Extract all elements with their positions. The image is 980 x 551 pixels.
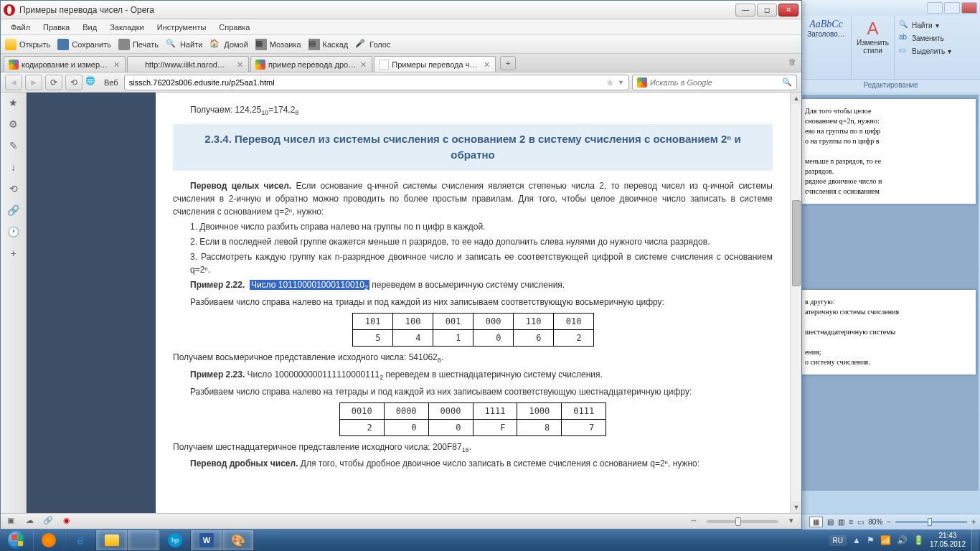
widgets-panel-icon[interactable]: ⚙ (7, 118, 20, 131)
word-change-styles-button[interactable]: A Изменить стили (852, 16, 895, 79)
zoom-out-button[interactable]: − (887, 518, 891, 526)
show-desktop-button[interactable] (971, 529, 979, 551)
tray-network-icon[interactable]: 📶 (880, 535, 891, 545)
unite-panel-icon[interactable]: 🕐 (7, 226, 20, 239)
opera-icon (137, 534, 150, 547)
word-minimize-button[interactable] (927, 2, 943, 14)
tray-show-hidden-icon[interactable]: ▲ (852, 535, 861, 545)
scroll-down-arrow[interactable]: ▼ (791, 501, 801, 513)
view-draft-icon[interactable]: ▭ (857, 518, 864, 526)
tray-volume-icon[interactable]: 🔊 (897, 535, 908, 545)
back-button[interactable]: ◄ (5, 75, 22, 90)
view-web-layout-icon[interactable]: ▥ (838, 518, 844, 526)
link-icon[interactable]: 🔗 (42, 516, 54, 527)
editing-group-label: Редактирование (801, 79, 980, 92)
open-button[interactable]: Открыть (5, 39, 50, 50)
tray-action-center-icon[interactable]: ⚑ (867, 535, 875, 545)
taskbar-media-player[interactable] (33, 530, 65, 550)
replace-button[interactable]: abЗаменить (897, 32, 977, 44)
select-button[interactable]: ▭Выделить ▾ (897, 44, 977, 57)
sync-icon[interactable]: ☁ (24, 516, 35, 527)
language-indicator[interactable]: RU (829, 535, 847, 546)
maximize-button[interactable]: ◻ (757, 4, 777, 17)
word-close-button[interactable] (961, 2, 977, 14)
scroll-up-arrow[interactable]: ▲ (791, 93, 801, 104)
print-button[interactable]: Печать (118, 39, 159, 50)
forward-button[interactable]: ► (25, 75, 42, 90)
bookmarks-panel-icon[interactable]: ★ (7, 97, 20, 110)
view-full-screen-icon[interactable]: ▤ (827, 518, 834, 526)
search-submit-icon[interactable]: 🔍 (782, 77, 792, 87)
search-icon: 🔍 (166, 39, 177, 50)
save-button[interactable]: Сохранить (57, 39, 111, 50)
clock[interactable]: 21:43 17.05.2012 (930, 532, 966, 549)
reload-button[interactable]: ⟳ (45, 75, 62, 90)
find-button[interactable]: 🔍Найти ▾ (897, 19, 977, 32)
home-button[interactable]: 🏠Домой (209, 39, 248, 50)
find-button[interactable]: 🔍Найти (166, 39, 202, 50)
links-panel-icon[interactable]: 🔗 (7, 204, 20, 217)
scroll-thumb[interactable] (792, 200, 801, 286)
result-line: Получаем: 124,2510=174,28 (173, 103, 773, 118)
page-viewport[interactable]: Получаем: 124,2510=174,28 2.3.4. Перевод… (27, 93, 801, 513)
menu-help[interactable]: Справка (213, 22, 255, 33)
zoom-thumb[interactable] (735, 517, 741, 526)
tab-4-active[interactable]: Примеры перевода ч…✕ (374, 56, 496, 72)
fit-width-icon[interactable]: ↔ (688, 516, 699, 527)
view-outline-icon[interactable]: ≡ (849, 518, 853, 526)
tab-3[interactable]: пример перевода дро…✕ (250, 56, 372, 72)
minimize-button[interactable]: — (735, 4, 755, 17)
tray-power-icon[interactable]: 🔋 (913, 535, 924, 545)
history-panel-icon[interactable]: ⟲ (7, 183, 20, 196)
search-input[interactable] (650, 78, 779, 87)
zoom-in-button[interactable]: + (971, 518, 976, 526)
bookmark-star-icon[interactable]: ★ (606, 77, 615, 88)
downloads-panel-icon[interactable]: ↓ (7, 161, 20, 174)
tab-close-icon[interactable]: ✕ (482, 60, 491, 69)
taskbar-paint[interactable]: 🎨 (222, 530, 254, 550)
url-input-box[interactable]: ★ ▼ (124, 75, 629, 90)
opera-titlebar[interactable]: Примеры перевода чисел - Opera — ◻ ✕ (1, 1, 801, 19)
taskbar-hp[interactable]: hp (159, 530, 191, 550)
url-input[interactable] (129, 78, 606, 87)
word-style-gallery-item[interactable]: AaBbCc Заголово… (801, 16, 852, 79)
panel-toggle-icon[interactable]: ▣ (5, 516, 17, 527)
view-print-layout-icon[interactable]: ▦ (809, 517, 823, 527)
url-dropdown-icon[interactable]: ▼ (615, 79, 624, 86)
menu-bookmarks[interactable]: Закладки (104, 22, 150, 33)
turbo-icon[interactable]: ◉ (61, 516, 72, 527)
find-label: Найти (180, 40, 202, 49)
mosaic-button[interactable]: ▦Мозаика (255, 39, 301, 50)
taskbar-opera[interactable] (128, 530, 159, 550)
stop-home-button[interactable]: ⟲ (65, 75, 83, 90)
tab-close-icon[interactable]: ✕ (112, 60, 121, 69)
zoom-slider[interactable] (707, 520, 778, 523)
zoom-percent[interactable]: 80% (868, 518, 882, 526)
new-tab-button[interactable]: + (500, 56, 516, 70)
taskbar-ie[interactable]: e (65, 530, 96, 550)
vertical-scrollbar[interactable]: ▲ ▼ (790, 93, 801, 513)
tab-close-icon[interactable]: ✕ (235, 60, 244, 69)
menu-view[interactable]: Вид (77, 22, 103, 33)
zoom-dropdown-icon[interactable]: ▾ (786, 516, 797, 527)
taskbar-word[interactable]: W (191, 530, 222, 550)
closed-tabs-trash-icon[interactable]: 🗑 (786, 57, 798, 70)
tab-1[interactable]: кодирование и измер…✕ (4, 56, 126, 72)
start-button[interactable] (1, 530, 33, 550)
menu-tools[interactable]: Инструменты (151, 22, 212, 33)
menu-file[interactable]: Файл (5, 22, 36, 33)
notes-panel-icon[interactable]: ✎ (7, 140, 20, 153)
cascade-button[interactable]: ▤Каскад (308, 39, 349, 50)
tab-2[interactable]: http://www.iiikt.narod…✕ (127, 56, 249, 72)
taskbar-explorer[interactable] (96, 530, 128, 550)
menu-edit[interactable]: Правка (37, 22, 75, 33)
voice-button[interactable]: 🎤Голос (355, 39, 390, 50)
cascade-label: Каскад (323, 40, 349, 49)
tab-close-icon[interactable]: ✕ (359, 60, 367, 69)
close-button[interactable]: ✕ (778, 4, 798, 17)
word-restore-button[interactable] (944, 2, 960, 14)
tetrad-table: 001000000000111110000111 200F87 (339, 402, 606, 436)
search-box[interactable]: 🔍 (632, 75, 797, 90)
add-panel-icon[interactable]: + (7, 248, 20, 260)
zoom-slider[interactable] (895, 521, 967, 523)
